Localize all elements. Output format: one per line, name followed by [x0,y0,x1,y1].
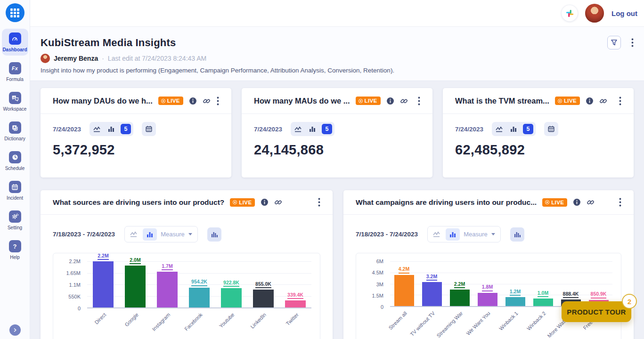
bar[interactable] [394,275,414,307]
slack-icon[interactable] [562,5,578,21]
bar-slot[interactable]: 1.2MWinback 1 [501,261,529,306]
bar-slot[interactable]: 954.2KFacebook [183,261,215,307]
bar-slot[interactable]: 888.4KMore Watching [557,261,585,306]
sidebar-item-schedule[interactable]: Schedule [2,147,28,174]
card-menu-button[interactable] [217,97,219,105]
bar-slot[interactable]: 922.8KYoutube [215,261,247,307]
bar[interactable] [221,288,242,307]
kpi-value: 62,485,892 [455,142,621,158]
window-size-button[interactable]: 5 [121,124,131,134]
bar-slot[interactable]: 1.8MWe Want You [473,261,501,306]
bar[interactable] [93,261,114,307]
line-chart-icon[interactable] [126,228,141,241]
sidebar-expand-button[interactable] [9,324,21,336]
window-size-button[interactable]: 5 [322,124,332,134]
sidebar-item-label: Schedule [5,166,25,171]
histogram-button[interactable] [510,227,524,242]
link-icon[interactable] [274,198,282,206]
link-icon[interactable] [400,97,408,105]
sidebar-item-help[interactable]: ? Help [2,236,28,263]
dashboard-menu-button[interactable] [631,38,634,47]
logout-button[interactable]: Log out [611,9,637,17]
calendar-button[interactable] [142,122,156,136]
measure-dropdown[interactable]: Measure [159,231,196,238]
line-chart-icon[interactable] [494,125,504,133]
card-menu-button[interactable] [619,198,621,207]
calendar-button[interactable] [544,122,558,136]
line-chart-icon[interactable] [92,125,102,133]
info-icon[interactable] [261,198,269,206]
info-icon[interactable] [189,97,197,105]
bar[interactable] [505,297,525,306]
card-menu-button[interactable] [418,97,420,105]
bar-slot[interactable]: 2.2MDirect [87,261,119,307]
sidebar-item-dashboard[interactable]: Dashboard [2,29,28,56]
histogram-button[interactable] [207,227,221,242]
sidebar-item-incident[interactable]: Incident [2,177,28,204]
line-chart-icon[interactable] [293,125,303,133]
chevron-down-icon [491,233,495,235]
bar[interactable] [189,288,210,308]
bar-slot[interactable]: 339.4KTwitter [279,261,311,307]
bar-chart-icon[interactable] [446,228,460,241]
link-icon[interactable] [587,198,595,206]
bar[interactable] [253,290,274,307]
bar-slot[interactable]: 2.0MGoogle [119,261,151,307]
bar[interactable] [533,299,553,306]
bar[interactable] [450,290,470,306]
info-icon[interactable] [586,97,594,105]
app-logo[interactable] [6,3,24,22]
view-switcher: 5 [291,122,334,136]
sidebar-item-formula[interactable]: Fx Formula [2,58,28,85]
bar-chart-icon[interactable] [509,125,518,133]
live-badge: LIVE [230,198,255,207]
bar-slot[interactable]: 4.2MStream all [390,261,418,306]
bar[interactable] [478,293,497,307]
sidebar-item-setting[interactable]: Setting [2,207,28,234]
sidebar-item-dictionary[interactable]: A Dictionary [2,118,28,145]
x-axis-label: Direct [94,312,107,325]
bar-value-label: 2.0M [130,257,140,264]
live-badge: LIVE [356,97,381,105]
bar-slot[interactable]: 850.9KFreemium [585,261,612,306]
measure-dropdown[interactable]: Measure [462,231,499,238]
info-icon[interactable] [386,97,394,105]
bar-chart-icon[interactable] [143,228,157,241]
bar[interactable] [285,300,306,307]
bar[interactable] [157,272,178,307]
bars: 2.2MDirect2.0MGoogle1.7MInstagram954.2KF… [87,261,311,307]
bar[interactable] [125,266,146,307]
card-menu-button[interactable] [318,198,320,207]
user-avatar[interactable] [585,4,604,23]
info-icon[interactable] [573,198,581,206]
card-title: What is the TVM stream... [455,97,549,105]
chevron-right-icon [12,327,18,333]
chart-card-sources: What sources are driving users into our … [41,190,333,339]
bar-chart-icon[interactable] [106,125,116,133]
line-chart-icon[interactable] [429,228,444,241]
link-icon[interactable] [599,97,607,105]
product-tour-badge: 2 [622,294,637,309]
filter-button[interactable] [607,36,621,49]
bar-slot[interactable]: 855.0KLinkedIn [247,261,279,307]
link-icon[interactable] [203,97,211,105]
card-menu-button[interactable] [619,97,621,105]
product-tour-button[interactable]: PRODUCT TOUR 2 [562,301,631,322]
sidebar-item-label: Dictionary [4,136,25,141]
bar-slot[interactable]: 1.0MWinback 2 [529,261,557,306]
bar[interactable] [422,282,442,306]
bar-slot[interactable]: 3.2MTV without TV [418,261,446,306]
bar-chart-icon[interactable] [308,125,317,133]
bar-slot[interactable]: 2.2MStreaming War [446,261,473,306]
kpi-date: 7/24/2023 [53,126,81,133]
live-dot-icon [161,99,165,103]
window-size-button[interactable]: 5 [523,124,533,134]
dictionary-icon: A [9,121,21,134]
kebab-icon [631,38,634,47]
dashboard-description: Insight into how my product is performin… [41,67,634,74]
setting-icon [9,210,21,223]
sidebar-item-workspace[interactable]: Workspace [2,88,28,115]
bar-slot[interactable]: 1.7MInstagram [151,261,183,307]
bar-chart: 2.2M1.65M1.1M550K0 2.2MDirect2.0MGoogle1… [53,253,320,339]
sidebar-item-label: Help [10,255,20,260]
